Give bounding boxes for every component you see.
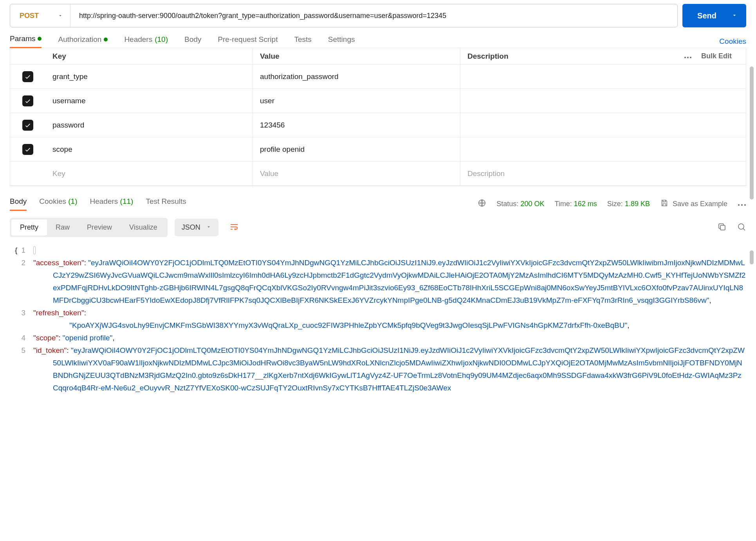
cookies-link[interactable]: Cookies — [719, 37, 746, 46]
header-key: Key — [45, 48, 253, 64]
copy-icon[interactable] — [717, 222, 727, 233]
more-options-icon[interactable] — [684, 52, 692, 61]
tab-tests[interactable]: Tests — [294, 34, 311, 48]
params-row: password 123456 — [10, 113, 746, 137]
params-row: grant_type authorization_password — [10, 65, 746, 89]
scrollbar-vertical[interactable] — [750, 250, 754, 264]
dot-indicator-icon — [104, 38, 108, 41]
view-raw[interactable]: Raw — [47, 219, 78, 235]
response-tab-body[interactable]: Body — [10, 197, 27, 211]
request-tabs-row: Params Authorization Headers (10) Body P… — [10, 34, 746, 48]
send-button[interactable]: Send — [682, 4, 746, 27]
key-cell[interactable]: grant_type — [45, 65, 253, 88]
checkbox[interactable] — [22, 71, 33, 82]
desc-cell[interactable] — [460, 113, 746, 137]
svg-rect-7 — [720, 225, 725, 230]
svg-point-1 — [687, 57, 689, 58]
request-bar: POST Send — [10, 4, 746, 27]
params-row: scope profile openid — [10, 137, 746, 162]
send-label: Send — [697, 11, 716, 20]
svg-point-5 — [741, 204, 743, 206]
chevron-down-icon — [58, 13, 63, 18]
response-tabs: Body Cookies (1) Headers (11) Test Resul… — [10, 197, 186, 211]
response-toolbar: Pretty Raw Preview Visualize JSON — [10, 218, 746, 237]
key-input[interactable]: Key — [45, 162, 253, 185]
svg-point-8 — [738, 224, 744, 229]
request-tabs: Params Authorization Headers (10) Body P… — [10, 34, 355, 48]
toolbar-right — [717, 222, 746, 233]
header-value: Value — [253, 48, 460, 64]
checkbox[interactable] — [22, 144, 33, 155]
size-meta: Size: 1.89 KB — [607, 200, 650, 208]
format-select[interactable]: JSON — [175, 219, 218, 236]
params-header: Key Value Description Bulk Edit — [10, 48, 746, 65]
svg-point-0 — [684, 57, 686, 58]
value-input[interactable]: Value — [253, 162, 460, 185]
search-icon[interactable] — [737, 222, 746, 233]
save-icon — [660, 199, 669, 209]
response-meta: Status: 200 OK Time: 162 ms Size: 1.89 K… — [478, 199, 746, 209]
save-as-example[interactable]: Save as Example — [660, 199, 727, 209]
params-empty-row: Key Value Description — [10, 162, 746, 186]
tab-headers[interactable]: Headers (10) — [124, 34, 168, 48]
tab-settings[interactable]: Settings — [328, 34, 355, 48]
desc-cell[interactable] — [460, 89, 746, 113]
response-tab-testresults[interactable]: Test Results — [146, 197, 186, 211]
value-cell[interactable]: user — [253, 89, 460, 113]
header-description: Description — [467, 52, 509, 61]
dot-indicator-icon — [38, 37, 41, 41]
chevron-down-icon — [206, 223, 211, 232]
desc-cell[interactable] — [460, 65, 746, 88]
http-method-select[interactable]: POST — [10, 4, 70, 27]
view-pretty[interactable]: Pretty — [11, 219, 47, 235]
key-cell[interactable]: password — [45, 113, 253, 137]
response-tab-headers[interactable]: Headers (11) — [90, 197, 133, 211]
view-visualize[interactable]: Visualize — [121, 219, 166, 235]
params-table: Key Value Description Bulk Edit grant_ty… — [10, 48, 746, 186]
http-method-label: POST — [20, 12, 39, 20]
view-modes: Pretty Raw Preview Visualize JSON — [10, 218, 244, 237]
url-input[interactable] — [70, 4, 677, 27]
tab-body[interactable]: Body — [184, 34, 201, 48]
svg-point-4 — [738, 204, 740, 206]
tab-prerequest[interactable]: Pre-request Script — [218, 34, 278, 48]
status-meta: Status: 200 OK — [496, 200, 544, 208]
wrap-lines-button[interactable] — [224, 218, 244, 237]
response-tabs-row: Body Cookies (1) Headers (11) Test Resul… — [10, 197, 746, 211]
value-cell[interactable]: authorization_password — [253, 65, 460, 88]
response-body-code: 1{ 2 "access_token": "eyJraWQiOiI4OWY0Y2… — [10, 244, 746, 394]
time-meta: Time: 162 ms — [554, 200, 597, 208]
desc-input[interactable]: Description — [460, 162, 746, 185]
scrollbar-vertical[interactable] — [750, 67, 754, 200]
desc-cell[interactable] — [460, 137, 746, 161]
more-options-icon[interactable] — [738, 200, 746, 208]
svg-point-6 — [744, 204, 746, 206]
value-cell[interactable]: profile openid — [253, 137, 460, 161]
params-row: username user — [10, 89, 746, 113]
key-cell[interactable]: scope — [45, 137, 253, 161]
tab-params[interactable]: Params — [10, 34, 41, 48]
tab-authorization[interactable]: Authorization — [58, 34, 108, 48]
globe-icon[interactable] — [478, 199, 486, 209]
svg-point-2 — [690, 57, 691, 58]
response-tab-cookies[interactable]: Cookies (1) — [39, 197, 77, 211]
checkbox[interactable] — [22, 95, 33, 106]
checkbox[interactable] — [22, 120, 33, 131]
view-preview[interactable]: Preview — [78, 219, 121, 235]
method-url-box: POST — [10, 4, 678, 27]
bulk-edit-link[interactable]: Bulk Edit — [701, 52, 732, 60]
chevron-down-icon[interactable] — [731, 12, 738, 20]
value-cell[interactable]: 123456 — [253, 113, 460, 137]
key-cell[interactable]: username — [45, 89, 253, 113]
